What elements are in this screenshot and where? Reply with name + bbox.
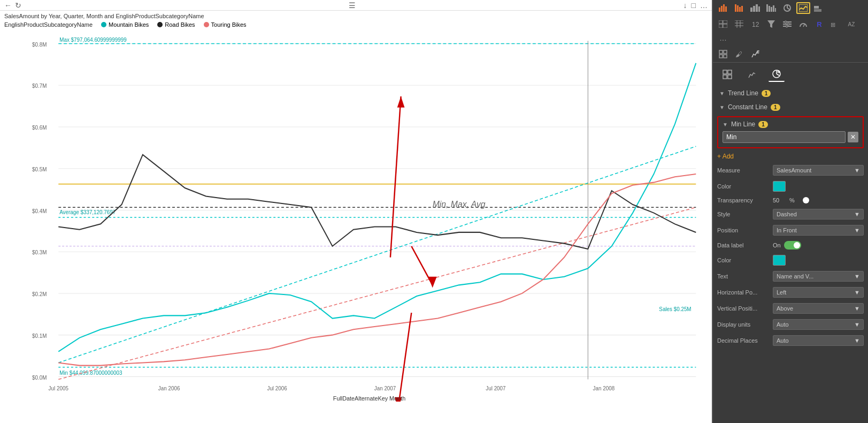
svg-rect-5 (737, 5, 739, 12)
back-icon[interactable]: ← (4, 1, 12, 10)
svg-rect-19 (814, 6, 819, 9)
measure-dropdown[interactable]: SalesAmount ▼ (773, 165, 864, 176)
sales-label: Sales $0.25M (659, 306, 691, 312)
min-close-button[interactable]: ✕ (848, 132, 858, 142)
min-input-field[interactable] (723, 131, 846, 143)
style-label: Style (717, 211, 771, 217)
gauge-icon[interactable] (796, 18, 810, 30)
color-swatch[interactable] (773, 181, 786, 192)
svg-text:+: + (778, 70, 779, 73)
horiz-pos-dropdown-chevron: ▼ (854, 289, 860, 296)
svg-rect-15 (773, 5, 774, 12)
style-dropdown-value: Dashed (777, 211, 797, 217)
r-icon[interactable]: R (812, 18, 826, 30)
constant-line-label: Constant Line (728, 103, 767, 111)
position-dropdown[interactable]: In Front ▼ (773, 225, 864, 236)
text-dropdown-chevron: ▼ (854, 273, 860, 280)
chart-type-7[interactable] (812, 2, 826, 14)
more-icon[interactable]: … (700, 1, 708, 10)
chevron-constant: ▼ (719, 104, 725, 110)
table-icon[interactable] (716, 18, 730, 30)
position-dropdown-chevron: ▼ (854, 227, 860, 233)
fields-icon[interactable] (716, 48, 730, 60)
expand-icon[interactable]: □ (692, 1, 696, 10)
tab-format[interactable] (744, 67, 760, 82)
py-icon[interactable]: ⊞ (828, 18, 842, 30)
svg-rect-22 (723, 20, 727, 24)
svg-point-35 (785, 21, 787, 23)
trend-line-header[interactable]: ▼ Trend Line 1 (713, 86, 868, 100)
vert-pos-dropdown-chevron: ▼ (854, 305, 860, 312)
x-label-jul2007: Jul 2007 (486, 386, 506, 391)
chart-type-6-active[interactable] (796, 2, 810, 14)
display-units-label: Display units (717, 321, 771, 328)
tab-fields[interactable] (719, 67, 735, 82)
tab-analytics[interactable]: + (769, 67, 785, 82)
color2-value (773, 255, 864, 266)
color2-swatch[interactable] (773, 255, 786, 266)
matrix-icon[interactable] (732, 18, 746, 30)
chart-title: SalesAmount by Year, Quarter, Month and … (0, 11, 712, 20)
hamburger-icon[interactable]: ☰ (349, 1, 356, 10)
svg-rect-12 (766, 4, 768, 12)
decimal-places-value: Auto ▼ (773, 335, 864, 346)
filter-icon[interactable] (764, 18, 778, 30)
svg-marker-31 (767, 20, 775, 28)
chart-type-5[interactable] (780, 2, 794, 14)
decimal-places-row: Decimal Places Auto ▼ (713, 333, 868, 349)
chevron-trend: ▼ (719, 90, 725, 96)
min-line-badge: 1 (758, 121, 768, 128)
download-icon[interactable]: ↓ (683, 1, 687, 10)
x-axis-label: FullDateAlternateKey Month (333, 395, 405, 402)
display-units-dropdown[interactable]: Auto ▼ (773, 319, 864, 330)
color2-label: Color (717, 257, 771, 263)
max-label: Max $797,064.60999999999 (59, 37, 127, 43)
horiz-pos-dropdown[interactable]: Left ▼ (773, 287, 864, 298)
vert-pos-dropdown[interactable]: Above ▼ (773, 303, 864, 314)
format-icon[interactable]: 🖌 (732, 48, 746, 60)
svg-rect-6 (739, 7, 741, 12)
refresh-icon[interactable]: ↻ (15, 1, 21, 10)
top-bar-left: ← ↻ (4, 1, 21, 10)
slicer-icon[interactable] (780, 18, 794, 30)
y-label-0.0m: $0.0M (32, 374, 47, 380)
svg-point-37 (786, 25, 788, 27)
chart-type-3[interactable] (748, 2, 762, 14)
constant-line-badge: 1 (771, 104, 780, 111)
svg-text:⊕: ⊕ (757, 50, 759, 55)
min-line-header[interactable]: ▼ Min Line 1 (720, 119, 861, 129)
legend-dot-road (157, 22, 163, 27)
display-units-dropdown-value: Auto (777, 321, 789, 328)
svg-rect-50 (728, 75, 732, 79)
add-label: + Add (717, 153, 734, 160)
card-icon[interactable]: 123 (748, 18, 762, 30)
transparency-number: 50 (773, 197, 786, 203)
constant-line-header[interactable]: ▼ Constant Line 1 (713, 100, 868, 114)
analytics-icon-main[interactable]: ⊕ (748, 48, 762, 60)
chart-container: $0.8M $0.7M $0.6M $0.5M $0.4M $0.3M $0.2… (0, 30, 712, 423)
annotation-text: Min, Max, Avg (433, 199, 486, 209)
min-line-header-left: ▼ Min Line 1 (723, 120, 768, 128)
measure-row: Measure SalesAmount ▼ (713, 162, 868, 178)
text-dropdown[interactable]: Name and V... ▼ (773, 271, 864, 282)
transparency-thumb[interactable] (803, 197, 809, 203)
add-row[interactable]: + Add (713, 150, 868, 162)
data-label-toggle[interactable] (784, 241, 801, 250)
chart-type-4[interactable] (764, 2, 778, 14)
panel-toolbar: 123 R ⊞ AZ … 🖌 (713, 0, 868, 63)
chart-type-2[interactable] (732, 2, 746, 14)
text-row: Text Name and V... ▼ (713, 268, 868, 284)
az-icon[interactable]: AZ (844, 18, 858, 30)
decimal-places-dropdown[interactable]: Auto ▼ (773, 335, 864, 346)
legend-label-mountain: Mountain Bikes (109, 21, 149, 28)
toolbar-row-2: 123 R ⊞ AZ … (713, 16, 868, 46)
panel-tabs: + (713, 63, 868, 84)
chevron-min: ▼ (723, 122, 728, 127)
more-visuals-icon[interactable]: … (716, 32, 730, 44)
vert-pos-label: Vertical Positi... (717, 305, 771, 312)
color-label: Color (717, 183, 771, 190)
style-dropdown[interactable]: Dashed ▼ (773, 209, 864, 220)
chart-type-1[interactable] (716, 2, 730, 14)
data-label-row: Data label On (713, 238, 868, 252)
top-bar: ← ↻ ☰ ↓ □ … (0, 0, 712, 11)
